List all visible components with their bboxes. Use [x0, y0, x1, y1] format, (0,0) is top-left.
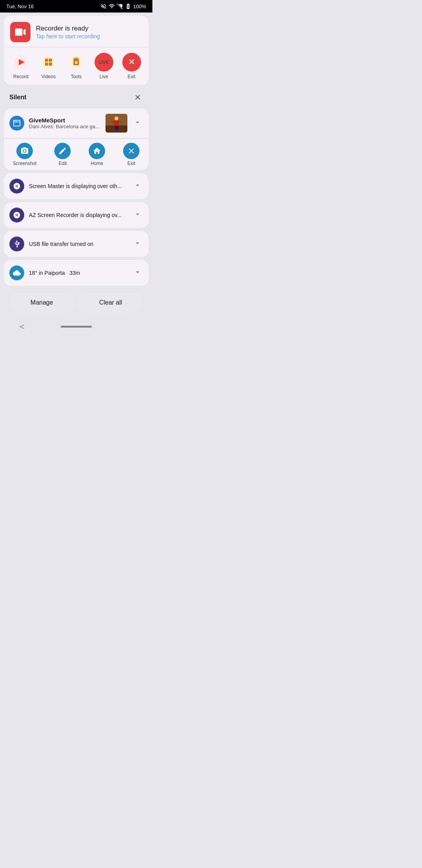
weather-notif[interactable]: 18° in Paiporta · 33m [4, 260, 148, 286]
svg-rect-7 [45, 63, 48, 66]
battery-icon [125, 3, 131, 9]
home-icon [89, 143, 105, 159]
svg-rect-6 [49, 59, 52, 62]
exit-notif-action[interactable]: Exit [123, 143, 139, 166]
svg-marker-1 [23, 29, 25, 35]
az-recorder-chevron[interactable] [132, 209, 143, 222]
exit-recorder-badge: ✕ [122, 53, 141, 72]
az-recorder-content: AZ Screen Recorder is displaying ov... [29, 212, 127, 218]
tools-action[interactable]: Tools [67, 53, 86, 79]
az-recorder-text: AZ Screen Recorder is displaying ov... [29, 212, 127, 218]
svg-rect-19 [114, 120, 119, 126]
back-button[interactable]: < [20, 322, 25, 332]
givemesport-thumb-img [106, 114, 127, 133]
usb-text: USB file transfer turned on [29, 241, 127, 247]
givemesport-icon [9, 116, 24, 131]
screenshot-icon [16, 143, 33, 159]
svg-point-14 [15, 121, 16, 122]
record-action[interactable]: Record [11, 53, 30, 79]
svg-rect-0 [15, 29, 23, 36]
exit-notif-icon [123, 143, 139, 159]
notification-panel: Recorder is ready Tap here to start reco… [0, 13, 152, 319]
screenshot-action[interactable]: Screenshot [13, 143, 37, 166]
mute-icon [100, 3, 107, 9]
home-action[interactable]: Home [89, 143, 105, 166]
svg-point-15 [16, 121, 17, 122]
videos-label: Videos [41, 74, 55, 79]
clear-all-button[interactable]: Clear all [78, 293, 143, 312]
az-recorder-icon [9, 208, 24, 222]
givemesport-title: GiveMeSport [29, 117, 101, 124]
silent-close-button[interactable]: ✕ [132, 92, 143, 103]
recorder-subtitle: Tap here to start recording [36, 33, 100, 39]
silent-title: Silent [9, 94, 27, 101]
live-badge: LIVE [95, 53, 113, 72]
usb-content: USB file transfer turned on [29, 241, 127, 247]
svg-rect-22 [114, 126, 116, 130]
home-label: Home [91, 161, 103, 166]
silent-section-header: Silent ✕ [4, 88, 148, 105]
tools-label: Tools [71, 74, 82, 79]
recorder-actions: Record Videos [4, 47, 148, 85]
svg-rect-23 [116, 126, 118, 130]
givemesport-row[interactable]: GiveMeSport Dani Alves: Barcelona ace ga… [4, 108, 148, 138]
svg-rect-21 [118, 121, 121, 122]
screenmaster-chevron[interactable] [132, 180, 143, 193]
battery-percent: 100% [133, 4, 146, 9]
status-bar: Tue, Nov 16 100% [0, 0, 152, 13]
svg-rect-5 [45, 59, 48, 62]
recorder-title: Recorder is ready [36, 25, 100, 32]
exit-notif-label: Exit [127, 161, 135, 166]
weather-text: 18° in Paiporta · 33m [29, 270, 127, 276]
recorder-card[interactable]: Recorder is ready Tap here to start reco… [4, 16, 148, 85]
az-recorder-notif[interactable]: AZ Screen Recorder is displaying ov... [4, 202, 148, 228]
givemesport-thumbnail [106, 114, 127, 133]
weather-chevron[interactable] [132, 267, 143, 280]
usb-notif[interactable]: USB file transfer turned on [4, 231, 148, 257]
recorder-app-icon [10, 22, 30, 42]
svg-point-18 [114, 117, 118, 120]
screenmaster-icon [9, 179, 24, 194]
givemesport-card[interactable]: GiveMeSport Dani Alves: Barcelona ace ga… [4, 108, 148, 170]
screenmaster-notif[interactable]: Screen Master is displaying over oth... [4, 173, 148, 199]
svg-point-11 [75, 61, 77, 64]
screenmaster-text: Screen Master is displaying over oth... [29, 183, 127, 189]
home-pill[interactable] [61, 326, 92, 328]
usb-chevron[interactable] [132, 238, 143, 251]
givemesport-chevron[interactable] [132, 117, 143, 130]
edit-action[interactable]: Edit [54, 143, 71, 166]
givemesport-body: Dani Alves: Barcelona ace ga... [29, 124, 101, 129]
screenmaster-content: Screen Master is displaying over oth... [29, 183, 127, 189]
signal-icon [117, 3, 123, 9]
live-action[interactable]: LIVE Live [95, 53, 113, 79]
edit-label: Edit [59, 161, 67, 166]
recorder-header: Recorder is ready Tap here to start reco… [4, 16, 148, 47]
recorder-text: Recorder is ready Tap here to start reco… [36, 25, 100, 39]
exit-recorder-action[interactable]: ✕ Exit [122, 53, 141, 79]
exit-label: Exit [128, 74, 136, 79]
usb-icon [9, 237, 24, 251]
wifi-icon [109, 3, 115, 9]
bottom-actions: Manage Clear all [4, 289, 148, 316]
svg-rect-12 [14, 120, 20, 126]
manage-button[interactable]: Manage [9, 293, 74, 312]
svg-rect-8 [49, 63, 52, 66]
screenshot-label: Screenshot [13, 161, 37, 166]
svg-point-4 [41, 55, 55, 69]
svg-rect-20 [112, 121, 115, 122]
weather-content: 18° in Paiporta · 33m [29, 270, 127, 276]
weather-icon [9, 265, 24, 280]
live-label: Live [100, 74, 108, 79]
edit-icon [54, 143, 71, 159]
videos-action[interactable]: Videos [39, 53, 58, 79]
status-icons: 100% [100, 3, 146, 9]
nav-bar: < [0, 321, 152, 334]
record-label: Record [13, 74, 29, 79]
givemesport-inline-actions: Screenshot Edit Home [4, 138, 148, 170]
status-time: Tue, Nov 16 [6, 4, 34, 9]
givemesport-content: GiveMeSport Dani Alves: Barcelona ace ga… [29, 117, 101, 129]
